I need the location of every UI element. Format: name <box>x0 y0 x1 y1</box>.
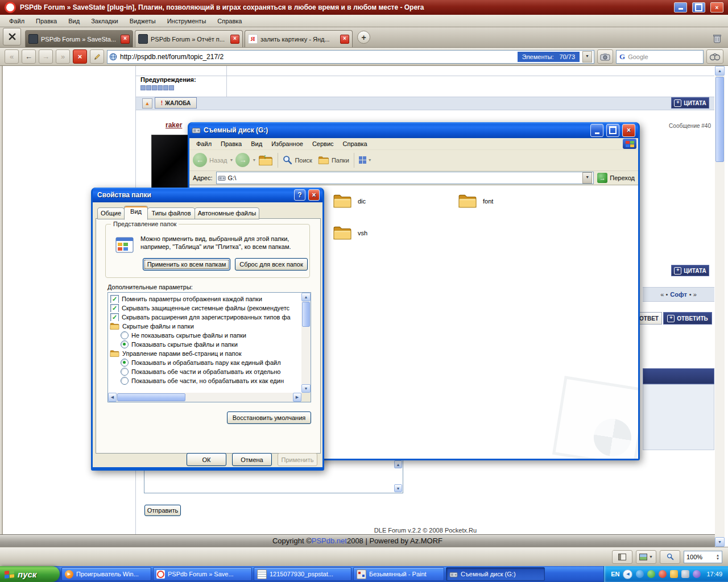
row-hide-protected[interactable]: ✓Скрывать защищенные системные файлы (ре… <box>110 304 298 312</box>
tab-close-icon[interactable]: × <box>121 35 130 44</box>
scrollbar-down-arrow[interactable]: ▼ <box>301 384 311 393</box>
report-button[interactable]: ! ЖАЛОБА <box>155 97 197 109</box>
zoom-button[interactable] <box>660 550 680 564</box>
zoom-level-select[interactable]: 100% ▲▼ <box>684 551 722 563</box>
maximize-button[interactable] <box>606 124 619 137</box>
scrollbar-down-arrow[interactable]: ▼ <box>715 537 725 547</box>
checkbox-icon[interactable]: ✓ <box>110 313 119 321</box>
close-button[interactable]: × <box>308 189 320 201</box>
post-author-link[interactable]: raker <box>166 121 182 129</box>
tab-general[interactable]: Общие <box>97 207 125 219</box>
menu-file[interactable]: Файл <box>192 139 216 148</box>
reset-all-folders-button[interactable]: Сброс для всех папок <box>235 258 308 271</box>
closed-tabs-trash-button[interactable] <box>713 34 722 43</box>
panel-splitter[interactable] <box>0 66 3 547</box>
menu-favorites[interactable]: Избранное <box>267 139 308 148</box>
explorer-address-field[interactable]: G:\ ▼ <box>216 172 594 184</box>
row-remember-settings[interactable]: ✓Помнить параметры отображения каждой па… <box>110 295 298 303</box>
menu-view[interactable]: Вид <box>63 16 85 26</box>
fast-forward-button[interactable]: » <box>56 49 70 64</box>
tab-pspdb-report[interactable]: PSPdb Forum » Отчёт п... × <box>135 30 243 47</box>
menu-bookmarks[interactable]: Закладки <box>85 16 124 26</box>
dialog-titlebar[interactable]: Свойства папки ? × <box>93 188 322 202</box>
zoom-spinner-arrows[interactable]: ▲▼ <box>716 554 719 560</box>
start-button[interactable]: пуск <box>0 566 60 582</box>
advanced-options-listbox[interactable]: ✓Помнить параметры отображения каждой па… <box>107 292 311 402</box>
views-dropdown-arrow[interactable]: ▼ <box>368 158 372 162</box>
back-button[interactable]: ← <box>193 153 207 167</box>
tray-icon-6[interactable] <box>693 570 701 578</box>
radio-icon[interactable] <box>121 359 129 367</box>
scrollbar-left-arrow[interactable]: ◀ <box>108 393 117 402</box>
edit-page-button[interactable] <box>90 49 104 64</box>
maximize-button[interactable] <box>692 2 705 13</box>
tray-icon-1[interactable] <box>636 570 644 578</box>
row-hide-extensions[interactable]: ✓Скрывать расширения для зарегистрирован… <box>110 313 298 321</box>
tray-icon-4[interactable] <box>670 570 678 578</box>
pspdb-link[interactable]: PSPdb.net <box>312 537 347 545</box>
tray-clock[interactable]: 17:49 <box>706 571 722 577</box>
menu-service[interactable]: Сервис <box>308 139 338 148</box>
back-button[interactable]: ← <box>22 49 36 64</box>
forward-button[interactable]: → <box>39 49 53 64</box>
close-button[interactable]: × <box>622 124 635 137</box>
back-dropdown-arrow[interactable]: ▼ <box>230 158 234 162</box>
radio-icon[interactable] <box>121 368 129 376</box>
task-explorer-disk[interactable]: Съемный диск (G:) <box>446 567 545 581</box>
radio-icon[interactable] <box>121 331 129 339</box>
task-paint[interactable]: Безымянный - Paint <box>353 567 444 581</box>
scrollbar-up-arrow[interactable]: ▲ <box>301 293 311 301</box>
radio-icon[interactable] <box>121 377 129 385</box>
scrollbar-right-arrow[interactable]: ▶ <box>293 393 301 402</box>
menu-help[interactable]: Справка <box>212 16 247 26</box>
go-button[interactable]: → Переход <box>597 173 635 183</box>
opt-show-hidden[interactable]: Показывать скрытые файлы и папки <box>121 340 298 348</box>
list-vscrollbar[interactable]: ▲ ▼ <box>301 293 311 393</box>
group-web-pairs[interactable]: Управление парами веб-страниц и папок <box>110 350 297 357</box>
panels-toggle-button[interactable] <box>3 28 21 45</box>
scrollbar-thumb[interactable] <box>117 393 185 401</box>
tab-view[interactable]: Вид <box>124 206 148 220</box>
scroll-top-button[interactable]: ▲ <box>142 98 152 109</box>
menu-edit[interactable]: Правка <box>30 16 63 26</box>
scrollbar-thumb[interactable] <box>302 302 310 327</box>
opt-pair-separate[interactable]: Показывать обе части и обрабатывать их о… <box>121 368 298 376</box>
cancel-button[interactable]: Отмена <box>232 453 272 466</box>
minimize-button[interactable] <box>590 124 603 137</box>
menu-tools[interactable]: Инструменты <box>162 16 212 26</box>
explorer-titlebar[interactable]: Съемный диск (G:) × <box>189 122 638 138</box>
tab-pspdb-savestate[interactable]: PSPdb Forum » SaveSta... × <box>25 30 133 47</box>
new-tab-button[interactable]: + <box>357 31 370 44</box>
radio-icon[interactable] <box>121 340 129 348</box>
menu-view[interactable]: Вид <box>246 139 267 148</box>
quote-button-top[interactable]: + ЦИТАТА <box>671 97 709 109</box>
tray-icon-5[interactable] <box>681 570 689 578</box>
close-button[interactable]: × <box>710 2 723 13</box>
task-wmp[interactable]: ▶ Проигрыватель Win... <box>61 567 151 581</box>
forward-dropdown-arrow[interactable]: ▼ <box>252 158 256 162</box>
ok-button[interactable]: ОК <box>187 453 226 466</box>
folders-button[interactable]: Папки <box>318 156 349 165</box>
page-elements-badge[interactable]: Элементы: 70/73 <box>518 52 580 62</box>
forward-button[interactable]: → <box>235 153 250 167</box>
tray-icon-2[interactable] <box>647 570 655 578</box>
views-button[interactable]: ▼ <box>359 156 372 164</box>
address-field[interactable]: http://pspdb.net/forum/topic_217/2 Элеме… <box>107 50 594 64</box>
menu-widgets[interactable]: Виджеты <box>124 16 162 26</box>
textarea-scroll-up[interactable]: ▲ <box>394 460 402 468</box>
menu-edit[interactable]: Правка <box>216 139 246 148</box>
page-scrollbar[interactable]: ▲ ▼ <box>715 66 725 547</box>
images-toggle-button[interactable]: ▼ <box>636 550 656 564</box>
tray-icon-3[interactable] <box>659 570 667 578</box>
apply-to-all-folders-button[interactable]: Применить ко всем папкам <box>143 258 230 271</box>
send-button[interactable]: Отправить <box>144 505 181 516</box>
hide-tray-icons-button[interactable]: ◀ <box>623 569 632 579</box>
tab-offline-files[interactable]: Автономные файлы <box>195 207 259 219</box>
menu-file[interactable]: Файл <box>3 16 30 26</box>
tab-close-icon[interactable]: × <box>230 35 239 44</box>
soft-category-link[interactable]: Софт <box>670 291 687 298</box>
restore-defaults-button[interactable]: Восстановить умолчания <box>227 411 311 424</box>
opt-pair-single[interactable]: Показывать и обрабатывать пару как едины… <box>121 359 298 367</box>
help-button[interactable]: ? <box>294 189 305 201</box>
opt-pair-both[interactable]: Показывать обе части, но обрабатывать их… <box>121 377 298 385</box>
